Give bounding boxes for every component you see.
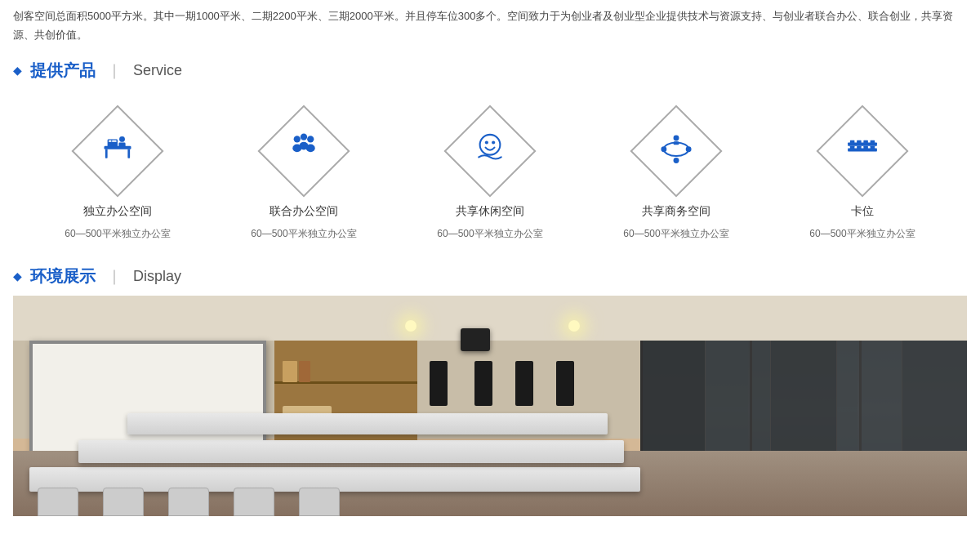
display-section-header: ◆ 环境展示 ｜ Display [0,257,980,296]
service-icon-wrapper-4 [631,106,721,196]
svg-point-6 [119,136,125,142]
svg-rect-27 [863,140,868,145]
desk-icon [100,129,136,172]
meeting-icon [658,129,694,172]
room-ceiling [13,296,967,341]
service-item-1[interactable]: 独立办公空间 60—500平米独立办公室 [44,106,191,241]
service-icon-wrapper-3 [445,106,535,196]
svg-point-22 [674,158,679,163]
speaker-stand-3 [515,361,533,406]
chair-3 [168,488,209,516]
svg-rect-28 [871,140,875,145]
service-desc-2: 60—500平米独立办公室 [251,227,356,241]
room-background: 🇬🇧 [13,296,967,516]
svg-point-14 [480,135,501,155]
products-section-header: ◆ 提供产品 ｜ Service [0,51,980,90]
service-icon-wrapper-5 [817,106,907,196]
svg-rect-4 [109,140,111,142]
bullet-icon: ◆ [13,64,22,77]
chair-1 [38,488,78,516]
chair-4 [234,488,274,516]
service-icon-wrapper-2 [259,106,349,196]
speaker-stand-2 [474,361,492,406]
products-title-en: Service [133,62,182,79]
svg-rect-29 [850,146,855,151]
svg-point-13 [300,142,309,150]
svg-point-15 [485,141,488,145]
service-name-5: 卡位 [851,204,874,219]
service-item-3[interactable]: 共享休闲空间 60—500平米独立办公室 [416,106,564,241]
svg-rect-26 [857,140,862,145]
conference-table-2 [78,440,624,463]
shelf-book-2 [299,361,310,382]
speaker-stand-4 [556,361,574,406]
svg-point-10 [307,136,314,143]
ceiling-light-1 [405,320,416,332]
service-item-5[interactable]: 卡位 60—500平米独立办公室 [789,106,936,241]
service-item-4[interactable]: 共享商务空间 60—500平米独立办公室 [603,106,750,241]
svg-rect-32 [871,146,875,151]
svg-rect-7 [118,143,125,148]
intro-text: 创客空间总面积5000平方米。其中一期1000平米、二期2200平米、三期200… [0,0,980,51]
cubicle-icon [844,129,880,172]
room-photo: 🇬🇧 [13,296,967,516]
service-name-1: 独立办公空间 [83,204,152,219]
svg-rect-25 [850,140,855,145]
svg-rect-19 [674,141,679,145]
svg-rect-31 [863,146,868,151]
ceiling-projector [461,328,490,351]
section-divider-2: ｜ [107,266,122,286]
group-icon [286,129,322,172]
service-name-2: 联合办公空间 [270,204,338,219]
svg-point-16 [492,141,495,145]
products-title-cn: 提供产品 [30,60,96,82]
chair-5 [299,488,340,516]
svg-point-20 [661,147,666,153]
ceiling-light-2 [568,320,580,332]
svg-point-8 [294,136,301,143]
svg-rect-30 [857,146,862,151]
conference-table-3 [127,413,608,434]
section-divider: ｜ [107,60,122,80]
bullet-icon-2: ◆ [13,270,22,283]
speaker-stand-1 [430,361,448,406]
svg-point-12 [301,134,307,140]
service-icon-wrapper-1 [73,106,163,196]
service-desc-5: 60—500平米独立办公室 [809,227,915,241]
service-name-3: 共享休闲空间 [456,204,524,219]
service-item-2[interactable]: 联合办公空间 60—500平米独立办公室 [230,106,377,241]
service-desc-3: 60—500平米独立办公室 [437,227,542,241]
leisure-icon [472,129,508,172]
display-section: 🇬🇧 [0,296,980,516]
services-grid: 独立办公空间 60—500平米独立办公室 联合办公空间 60—500平米独立办公… [0,90,980,257]
display-title-cn: 环境展示 [30,265,96,287]
svg-rect-5 [112,140,117,142]
service-name-4: 共享商务空间 [642,204,710,219]
svg-point-21 [686,147,692,153]
shelf-book-1 [283,361,297,382]
chair-2 [103,488,144,516]
svg-point-18 [674,136,679,141]
service-desc-1: 60—500平米独立办公室 [65,227,170,241]
display-title-en: Display [133,268,181,285]
svg-rect-2 [127,149,130,158]
svg-rect-1 [105,149,108,158]
service-desc-4: 60—500平米独立办公室 [623,227,728,241]
